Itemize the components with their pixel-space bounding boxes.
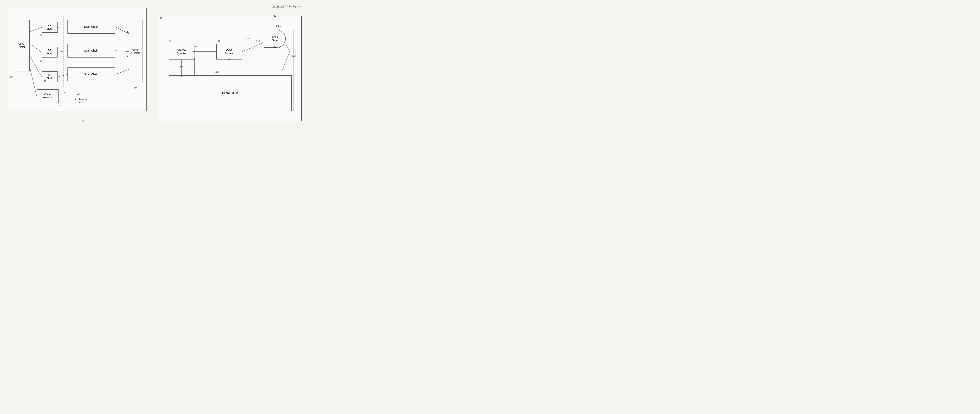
label-112o: 112o (178, 65, 183, 68)
label-34: 34 (40, 60, 42, 62)
label-104o2: 104o2 (274, 46, 280, 48)
label-42: 42 (127, 31, 129, 33)
label-36: 36 (44, 79, 46, 82)
page-container: Circuit Element 20 BF Block BF Block BF … (2, 2, 307, 129)
label-32: 32 (40, 34, 42, 36)
label-20: 20 (10, 75, 13, 78)
label-46: 46 (64, 91, 66, 94)
right-diagram: 32, 34, 36 32, 34, 36 To Bit Flippers To… (159, 4, 304, 123)
label-app-circuit: Application Circuit (75, 95, 87, 103)
bf-block-1: BF Block (42, 22, 57, 33)
label-132: 132 (256, 40, 260, 43)
label-122o2: 122o2 (244, 37, 250, 40)
label-102: 102 (292, 54, 296, 57)
label-10-right: 10 (160, 17, 162, 20)
circuit-element-right: Circuit Element (129, 20, 142, 83)
bf-block-2: BF Block (42, 47, 57, 57)
label-44: 44 (127, 55, 129, 58)
scan-chain-3: Scan Chain (67, 67, 115, 81)
label-122: 122 (216, 40, 220, 43)
label-104o1: 104o1 (214, 71, 220, 73)
and-gate: AND Gate (264, 30, 286, 48)
circuit-element-bottom: Circuit Element (37, 89, 59, 103)
label-122o1: 122o1 (194, 45, 200, 48)
micro-rom: Micro ROM (169, 75, 292, 111)
label-132o: 132o (276, 25, 280, 27)
svg-text:100: 100 (80, 119, 84, 122)
left-diagram: Circuit Element 20 BF Block BF Block BF … (6, 4, 151, 123)
scan-chain-1: Scan Chain (67, 20, 115, 34)
circuit-element-left: Circuit Element (14, 20, 30, 71)
down-counter: Down Counter (216, 44, 242, 60)
label-112: 112 (169, 40, 173, 43)
label-10-left: 10 (59, 105, 61, 108)
label-50: 50 (134, 86, 137, 89)
address-counter: Address Counter (169, 44, 194, 60)
scan-chain-2: Scan Chain (67, 44, 115, 57)
to-bit-flippers-label: 32, 34, 36 32, 34, 36 To Bit Flippers To… (272, 5, 302, 8)
